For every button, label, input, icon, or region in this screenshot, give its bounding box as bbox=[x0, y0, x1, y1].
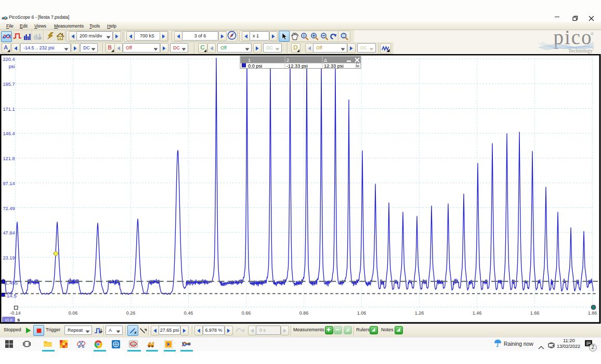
svg-text:i: i bbox=[303, 33, 304, 37]
svg-text:220.4: 220.4 bbox=[3, 57, 15, 62]
svg-text:Δ: Δ bbox=[324, 58, 327, 63]
svg-text:Technology: Technology bbox=[568, 48, 593, 54]
svg-text:195.7: 195.7 bbox=[3, 82, 15, 87]
svg-text:0.46: 0.46 bbox=[184, 310, 193, 316]
svg-text:1: 1 bbox=[248, 58, 251, 63]
svg-text:0.26: 0.26 bbox=[126, 310, 135, 316]
svg-text:97.14: 97.14 bbox=[3, 181, 15, 186]
svg-text:1.455: 1.455 bbox=[5, 280, 18, 285]
svg-text:72.49: 72.49 bbox=[3, 206, 15, 211]
svg-text:KIA: KIA bbox=[131, 343, 136, 346]
svg-text:1.46: 1.46 bbox=[473, 310, 481, 316]
svg-text:12.33 psi: 12.33 psi bbox=[324, 63, 344, 69]
svg-text:146.4: 146.4 bbox=[3, 131, 15, 136]
svg-text:0.0 psi: 0.0 psi bbox=[248, 63, 262, 69]
svg-text:1.26: 1.26 bbox=[415, 310, 424, 316]
svg-text:s: s bbox=[17, 317, 20, 322]
svg-text:171.1: 171.1 bbox=[3, 107, 15, 112]
svg-text:1.66: 1.66 bbox=[530, 310, 539, 316]
svg-text:x1.0: x1.0 bbox=[5, 318, 12, 322]
svg-text:1.06: 1.06 bbox=[357, 310, 366, 316]
svg-text:121.8: 121.8 bbox=[3, 156, 15, 161]
svg-text:-12.33 psi: -12.33 psi bbox=[286, 63, 308, 69]
svg-text:-0.14: -0.14 bbox=[10, 310, 20, 316]
svg-text:1.86: 1.86 bbox=[588, 310, 597, 316]
svg-text:0.66: 0.66 bbox=[242, 310, 251, 316]
svg-text:psi: psi bbox=[9, 64, 15, 69]
svg-text:2: 2 bbox=[286, 58, 289, 63]
svg-text:23.19: 23.19 bbox=[3, 255, 15, 261]
svg-text:0.06: 0.06 bbox=[69, 310, 77, 316]
svg-text:-14.5: -14.5 bbox=[5, 293, 17, 298]
svg-text:0.86: 0.86 bbox=[299, 310, 308, 316]
svg-text:47.84: 47.84 bbox=[3, 230, 15, 236]
